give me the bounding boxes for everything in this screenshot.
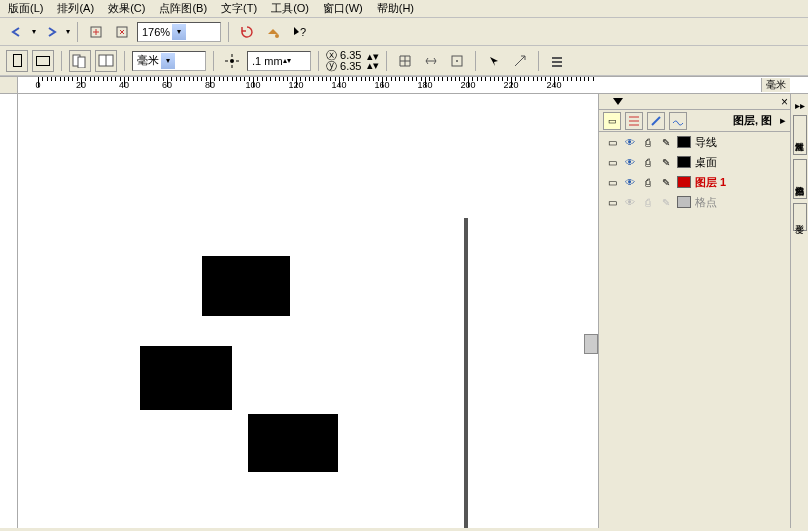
page-icon: ▭ — [605, 135, 619, 149]
scrollbar-thumb[interactable] — [584, 334, 598, 354]
layer-row[interactable]: ▭👁⎙✎导线 — [599, 132, 790, 152]
panel-title: 图层, 图 — [733, 113, 772, 128]
dynamic-guide-icon[interactable] — [509, 50, 531, 72]
pencil-icon[interactable]: ✎ — [659, 195, 673, 209]
fill-button[interactable] — [262, 21, 284, 43]
layers-panel: × ▭ 图层, 图 ▸ ▭👁⎙✎导线▭👁⎙✎桌面▭👁⎙✎图层 1▭👁⎙✎格点 — [599, 94, 790, 528]
layers-header: ▭ 图层, 图 ▸ — [599, 110, 790, 132]
menu-bitmap[interactable]: 点阵图(B) — [159, 1, 207, 16]
chevron-down-icon[interactable]: ▾ — [172, 24, 186, 40]
rectangle-shape[interactable] — [140, 346, 232, 410]
arrow-icon[interactable] — [483, 50, 505, 72]
svg-text:?: ? — [300, 26, 306, 38]
options-button[interactable] — [546, 50, 568, 72]
menu-effects[interactable]: 效果(C) — [108, 1, 145, 16]
page — [18, 214, 464, 528]
portrait-button[interactable] — [6, 50, 28, 72]
export-button[interactable] — [111, 21, 133, 43]
undo-dropdown-icon[interactable]: ▾ — [32, 28, 36, 36]
layer-color-swatch — [677, 136, 691, 148]
layer-wave-icon[interactable] — [669, 112, 687, 130]
layer-color-swatch — [677, 176, 691, 188]
rail-tab-color[interactable]: 颜色泊坞窗 — [793, 159, 807, 199]
dup-spinners[interactable]: ▴▾▴▾ — [367, 52, 379, 70]
page-icon: ▭ — [605, 175, 619, 189]
layer-row[interactable]: ▭👁⎙✎格点 — [599, 192, 790, 212]
snap-grid-icon[interactable] — [394, 50, 416, 72]
vertical-ruler[interactable] — [0, 94, 18, 528]
chevron-down-icon[interactable]: ▾ — [161, 53, 175, 69]
pencil-icon[interactable]: ✎ — [659, 175, 673, 189]
canvas[interactable] — [18, 94, 598, 528]
layer-view-list[interactable] — [625, 112, 643, 130]
eye-icon[interactable]: 👁 — [623, 175, 637, 189]
print-icon[interactable]: ⎙ — [641, 195, 655, 209]
unit-value: 毫米 — [137, 53, 159, 68]
svg-point-10 — [456, 60, 458, 62]
print-icon[interactable]: ⎙ — [641, 175, 655, 189]
menubar: 版面(L) 排列(A) 效果(C) 点阵图(B) 文字(T) 工具(O) 窗口(… — [0, 0, 808, 18]
zoom-value: 176% — [142, 26, 170, 38]
horizontal-ruler[interactable]: 毫米 020406080100120140160180200220240 — [18, 77, 808, 93]
svg-point-2 — [275, 34, 279, 38]
layer-view-normal[interactable]: ▭ — [603, 112, 621, 130]
layer-name: 桌面 — [695, 155, 717, 170]
menu-window[interactable]: 窗口(W) — [323, 1, 363, 16]
rectangle-shape[interactable] — [202, 256, 290, 316]
svg-rect-5 — [78, 57, 85, 68]
property-bar: 毫米 ▾ .1 mm ▴▾ ⓧ 6.35 ⓨ 6.35 ▴▾▴▾ — [0, 46, 808, 76]
menu-arrange[interactable]: 排列(A) — [57, 1, 94, 16]
snap-object-icon[interactable] — [446, 50, 468, 72]
layer-color-swatch — [677, 196, 691, 208]
layer-name: 格点 — [695, 195, 717, 210]
eye-icon[interactable]: 👁 — [623, 135, 637, 149]
panel-strip: × — [599, 94, 790, 110]
nudge-value: .1 mm — [252, 55, 283, 67]
layer-edit-icon[interactable] — [647, 112, 665, 130]
layer-row[interactable]: ▭👁⎙✎图层 1 — [599, 172, 790, 192]
snap-guide-icon[interactable] — [420, 50, 442, 72]
eye-icon[interactable]: 👁 — [623, 155, 637, 169]
eye-icon[interactable]: 👁 — [623, 195, 637, 209]
rail-tab-transform[interactable]: 变形 — [793, 203, 807, 231]
main-area: × ▭ 图层, 图 ▸ ▭👁⎙✎导线▭👁⎙✎桌面▭👁⎙✎图层 1▭👁⎙✎格点 ▸… — [0, 94, 808, 528]
standard-toolbar: ▾ ▾ 176% ▾ ? — [0, 18, 808, 46]
svg-rect-13 — [552, 65, 562, 67]
redo-button[interactable] — [40, 21, 62, 43]
spinner-icon[interactable]: ▴▾ — [283, 57, 291, 65]
ruler-unit-label: 毫米 — [761, 78, 790, 92]
print-icon[interactable]: ⎙ — [641, 155, 655, 169]
svg-rect-12 — [552, 61, 562, 63]
refresh-button[interactable] — [236, 21, 258, 43]
flyout-arrow-icon[interactable] — [613, 98, 623, 105]
pencil-icon[interactable]: ✎ — [659, 155, 673, 169]
undo-button[interactable] — [6, 21, 28, 43]
rectangle-shape[interactable] — [248, 414, 338, 472]
dockers: × ▭ 图层, 图 ▸ ▭👁⎙✎导线▭👁⎙✎桌面▭👁⎙✎图层 1▭👁⎙✎格点 ▸… — [598, 94, 808, 528]
pages-all-icon[interactable] — [95, 50, 117, 72]
menu-layout[interactable]: 版面(L) — [8, 1, 43, 16]
panel-menu-icon[interactable]: ▸ — [780, 114, 786, 127]
rail-tab-properties[interactable]: 对象属性 — [793, 115, 807, 155]
rail-flyout-icon[interactable]: ▸▸ — [795, 100, 805, 111]
close-icon[interactable]: × — [781, 95, 788, 109]
nudge-icon — [221, 50, 243, 72]
help-button[interactable]: ? — [288, 21, 310, 43]
unit-combo[interactable]: 毫米 ▾ — [132, 51, 206, 71]
pages-icon[interactable] — [69, 50, 91, 72]
nudge-input[interactable]: .1 mm ▴▾ — [247, 51, 311, 71]
redo-dropdown-icon[interactable]: ▾ — [66, 28, 70, 36]
menu-help[interactable]: 帮助(H) — [377, 1, 414, 16]
menu-tools[interactable]: 工具(O) — [271, 1, 309, 16]
svg-point-8 — [230, 59, 234, 63]
layer-row[interactable]: ▭👁⎙✎桌面 — [599, 152, 790, 172]
layer-list: ▭👁⎙✎导线▭👁⎙✎桌面▭👁⎙✎图层 1▭👁⎙✎格点 — [599, 132, 790, 212]
zoom-combo[interactable]: 176% ▾ — [137, 22, 221, 42]
landscape-button[interactable] — [32, 50, 54, 72]
page-icon: ▭ — [605, 155, 619, 169]
print-icon[interactable]: ⎙ — [641, 135, 655, 149]
menu-text[interactable]: 文字(T) — [221, 1, 257, 16]
pencil-icon[interactable]: ✎ — [659, 135, 673, 149]
svg-rect-11 — [552, 57, 562, 59]
import-button[interactable] — [85, 21, 107, 43]
